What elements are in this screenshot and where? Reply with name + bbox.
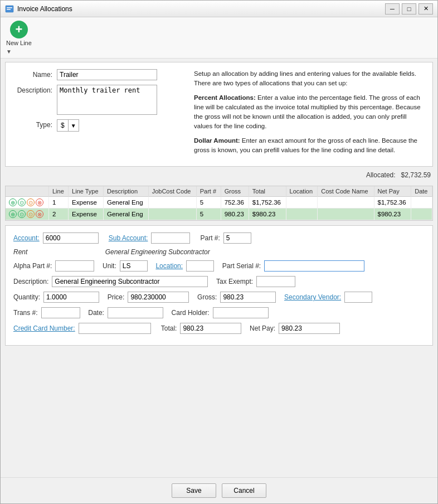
- main-window: Invoice Allocations ─ □ ✕ + New Line ▼ N…: [0, 0, 438, 504]
- detail-row-4: Description: Tax Exempt:: [13, 276, 425, 287]
- delete-icon[interactable]: ⊗: [36, 198, 43, 206]
- row1-location: [286, 197, 318, 209]
- alpha-part-input[interactable]: [55, 260, 94, 272]
- price-label: Price:: [108, 293, 125, 301]
- setup-help-text: Setup an allocation by adding lines and …: [194, 69, 426, 159]
- row2-line: 2: [48, 209, 68, 220]
- delete-icon[interactable]: ⊗: [36, 210, 43, 218]
- new-line-button[interactable]: + New Line: [6, 21, 32, 46]
- toolbar-arrow: ▼: [6, 49, 12, 55]
- th-date: Date: [411, 186, 432, 197]
- row2-jobcost: [148, 209, 196, 220]
- secondary-vendor-input[interactable]: [344, 292, 372, 303]
- row1-jobcost: [148, 197, 196, 209]
- minimize-button[interactable]: ─: [385, 3, 400, 14]
- close-button[interactable]: ✕: [418, 3, 433, 14]
- date-input[interactable]: [108, 307, 163, 318]
- dollar-heading: Dollar Amount:: [194, 137, 240, 144]
- credit-card-input[interactable]: [79, 323, 151, 334]
- sub-account-label[interactable]: Sub Account:: [109, 234, 148, 242]
- trans-input[interactable]: [41, 307, 80, 318]
- svg-rect-1: [7, 7, 12, 8]
- main-content: Name: Description: Monthly trailer rent …: [1, 59, 437, 477]
- table-panel: Line Line Type Description JobCost Code …: [5, 186, 433, 221]
- price-input[interactable]: [128, 292, 189, 303]
- type-row: Type: $ ▼: [12, 119, 185, 132]
- allocated-value: $2,732.59: [401, 171, 431, 179]
- row2-icons: ⊕ ⊙ ⊙ ⊗: [6, 209, 48, 220]
- detail-panel: Account: Sub Account: Part #: Rent Gener…: [5, 225, 433, 346]
- description-label: Description:: [12, 85, 57, 94]
- credit-card-label[interactable]: Credit Card Number:: [13, 324, 75, 332]
- sub-account-input[interactable]: [151, 232, 190, 244]
- detail-row-3: Alpha Part #: Unit: Location: Part Seria…: [13, 260, 425, 272]
- row2-cost-code: [318, 209, 374, 220]
- detail-desc-label: Description:: [13, 278, 48, 285]
- window-title: Invoice Allocations: [17, 5, 385, 13]
- save-button[interactable]: Save: [172, 483, 216, 498]
- table-body: ⊕ ⊙ ⊙ ⊗ 1 Expense General Eng 5: [6, 197, 432, 220]
- th-line-type: Line Type: [69, 186, 104, 197]
- part-num-input[interactable]: [223, 232, 251, 244]
- table-header: Line Line Type Description JobCost Code …: [6, 186, 432, 197]
- row2-net-pay: $980.23: [374, 209, 411, 220]
- edit-icon[interactable]: ⊙: [27, 198, 35, 206]
- total-input[interactable]: [180, 323, 241, 334]
- row1-line: 1: [48, 197, 68, 209]
- new-line-label: New Line: [6, 40, 32, 46]
- add-icon[interactable]: ⊕: [9, 198, 17, 206]
- table-scroll[interactable]: Line Line Type Description JobCost Code …: [6, 186, 432, 220]
- card-holder-label: Card Holder:: [172, 309, 210, 317]
- part-serial-label: Part Serial #:: [222, 262, 261, 270]
- gross-label: Gross:: [197, 293, 217, 301]
- unit-label: Unit:: [103, 262, 116, 270]
- secondary-vendor-label[interactable]: Secondary Vendor:: [284, 293, 341, 301]
- part-serial-input[interactable]: [264, 260, 364, 272]
- table-row[interactable]: ⊕ ⊙ ⊙ ⊗ 2 Expense General Eng 5: [6, 209, 432, 220]
- add-icon[interactable]: ⊕: [9, 210, 17, 218]
- th-icons: [6, 186, 48, 197]
- maximize-button[interactable]: □: [402, 3, 416, 14]
- row2-desc: General Eng: [104, 209, 149, 220]
- cancel-button[interactable]: Cancel: [222, 483, 266, 498]
- gross-input[interactable]: [220, 292, 276, 303]
- name-input[interactable]: [57, 69, 157, 80]
- edit-icon[interactable]: ⊙: [27, 210, 35, 218]
- detail-row-1: Account: Sub Account: Part #:: [13, 232, 425, 244]
- card-holder-input[interactable]: [213, 307, 269, 318]
- row1-part: 5: [196, 197, 221, 209]
- description-textarea[interactable]: Monthly trailer rent: [57, 85, 157, 115]
- help-dollar: Dollar Amount: Enter an exact amount for…: [194, 136, 426, 156]
- detail-desc-input[interactable]: [52, 276, 208, 287]
- window-controls: ─ □ ✕: [385, 3, 433, 14]
- th-location: Location: [286, 186, 318, 197]
- row2-location: [286, 209, 318, 220]
- account-input[interactable]: [43, 232, 99, 244]
- trans-label: Trans #:: [13, 309, 38, 317]
- unit-input[interactable]: [120, 260, 148, 272]
- th-cost-code: Cost Code Name: [318, 186, 374, 197]
- date-label: Date:: [88, 309, 104, 317]
- type-select-arrow-icon[interactable]: ▼: [68, 120, 79, 131]
- net-pay-input[interactable]: [279, 323, 340, 334]
- account-desc: Rent: [13, 248, 86, 256]
- location-label[interactable]: Location:: [155, 262, 183, 270]
- detail-row-7: Credit Card Number: Total: Net Pay:: [13, 323, 425, 334]
- copy-icon[interactable]: ⊙: [18, 198, 26, 206]
- row1-net-pay: $1,752.36: [374, 197, 411, 209]
- tax-exempt-input[interactable]: [256, 276, 295, 287]
- row1-type: Expense: [69, 197, 104, 209]
- table-row[interactable]: ⊕ ⊙ ⊙ ⊗ 1 Expense General Eng 5: [6, 197, 432, 209]
- type-select-value: $: [57, 122, 68, 129]
- help-intro: Setup an allocation by adding lines and …: [194, 69, 426, 89]
- copy-icon[interactable]: ⊙: [18, 210, 26, 218]
- location-input[interactable]: [186, 260, 214, 272]
- th-part: Part #: [196, 186, 221, 197]
- quantity-input[interactable]: [43, 292, 99, 303]
- account-label[interactable]: Account:: [13, 234, 40, 242]
- th-line: Line: [48, 186, 68, 197]
- svg-rect-2: [7, 9, 11, 10]
- net-pay-label: Net Pay:: [250, 324, 275, 332]
- type-select[interactable]: $ ▼: [57, 119, 79, 132]
- row2-part: 5: [196, 209, 221, 220]
